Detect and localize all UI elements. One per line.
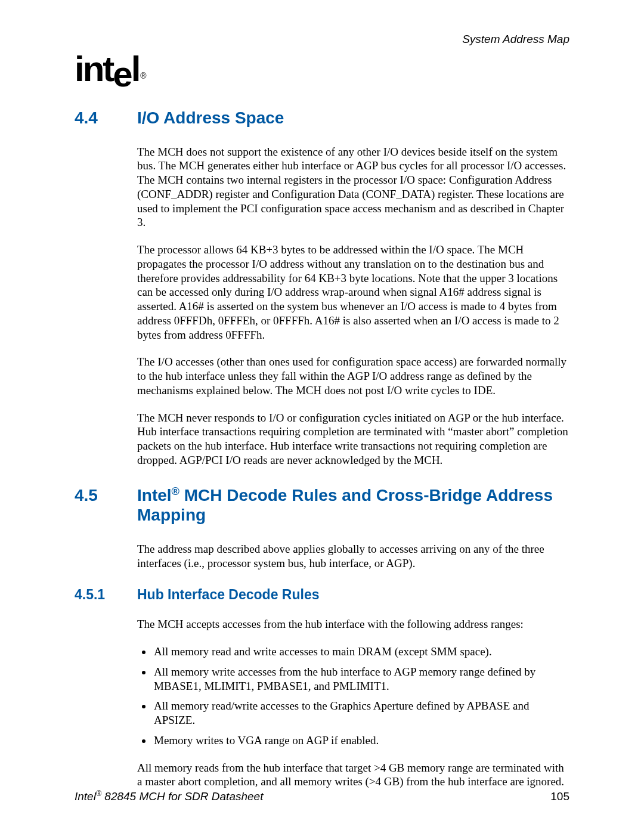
running-header: System Address Map	[75, 33, 569, 46]
list-item: All memory write accesses from the hub i…	[153, 665, 569, 693]
paragraph: The MCH does not support the existence o…	[137, 145, 569, 230]
section-title: Hub Interface Decode Rules	[137, 587, 569, 603]
section-number: 4.5.1	[75, 587, 112, 603]
list-item: All memory read/write accesses to the Gr…	[153, 699, 569, 727]
paragraph: All memory reads from the hub interface …	[137, 761, 569, 789]
section-4-5-1-heading: 4.5.1 Hub Interface Decode Rules	[75, 587, 569, 603]
section-title: I/O Address Space	[137, 108, 569, 128]
section-4-5-heading: 4.5 Intel® MCH Decode Rules and Cross-Br…	[75, 485, 569, 525]
footer-doc-title: Intel® 82845 MCH for SDR Datasheet	[75, 790, 263, 803]
paragraph: The MCH accepts accesses from the hub in…	[137, 617, 569, 631]
section-title: Intel® MCH Decode Rules and Cross-Bridge…	[137, 485, 569, 525]
list-item: Memory writes to VGA range on AGP if ena…	[153, 733, 569, 748]
paragraph: The processor allows 64 KB+3 bytes to be…	[137, 243, 569, 342]
bullet-list: All memory read and write accesses to ma…	[137, 645, 569, 748]
page-number: 105	[550, 790, 569, 803]
list-item: All memory read and write accesses to ma…	[153, 645, 569, 659]
paragraph: The I/O accesses (other than ones used f…	[137, 355, 569, 397]
page: System Address Map intel® 4.4 I/O Addres…	[0, 0, 644, 833]
section-number: 4.5	[75, 485, 104, 506]
intel-logo: intel®	[75, 53, 569, 85]
section-4-4-heading: 4.4 I/O Address Space	[75, 108, 569, 128]
paragraph: The MCH never responds to I/O or configu…	[137, 411, 569, 467]
section-number: 4.4	[75, 108, 104, 128]
page-footer: Intel® 82845 MCH for SDR Datasheet 105	[75, 790, 569, 803]
paragraph: The address map described above applies …	[137, 542, 569, 571]
